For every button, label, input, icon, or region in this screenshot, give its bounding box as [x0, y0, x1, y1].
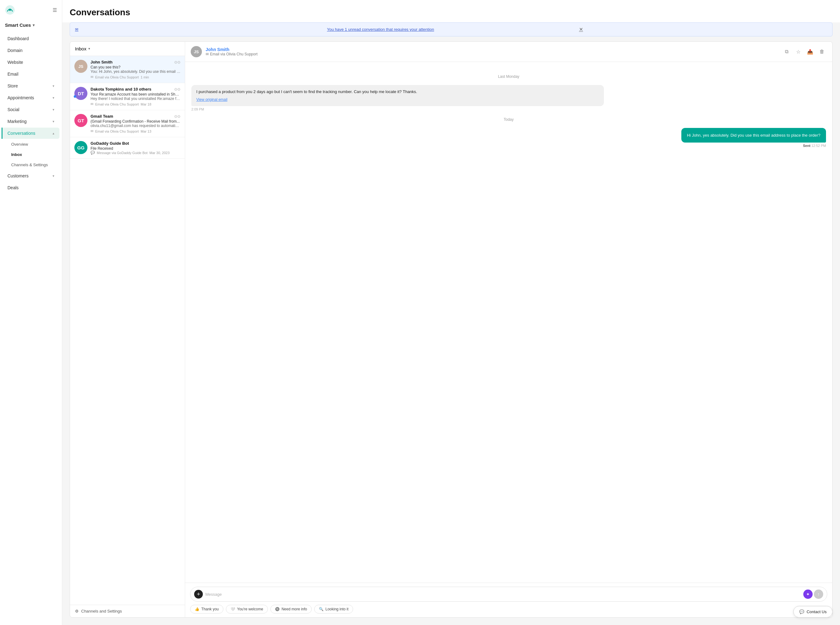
- add-attachment-button[interactable]: +: [194, 590, 203, 599]
- page-header: Conversations: [62, 0, 840, 22]
- quick-reply-need-more-info[interactable]: 🔘 Need more info: [270, 605, 312, 614]
- conv-channel: Email via Olivia Chu Support: [95, 75, 139, 79]
- sidebar-item-inbox[interactable]: Inbox: [6, 150, 59, 159]
- chat-header-info: John Smith ✉ Email via Olivia Chu Suppor…: [206, 47, 778, 56]
- conv-status-icons: ⊙⊙: [174, 60, 180, 64]
- conv-preview: Hey there! I noticed that you uninstalle…: [90, 96, 180, 101]
- message-icon: 💬: [90, 151, 95, 155]
- conv-time: Mar 13: [141, 129, 151, 133]
- chat-channel: Email via Olivia Chu Support: [210, 52, 258, 56]
- chat-area: JS John Smith ✉ Email via Olivia Chu Sup…: [185, 42, 832, 617]
- channels-settings-footer[interactable]: ⚙ Channels and Settings: [70, 605, 185, 617]
- sidebar-item-conversations[interactable]: Conversations ▴: [2, 127, 59, 139]
- sidebar-item-appointments[interactable]: Appointments ▾: [3, 92, 59, 103]
- conv-preview: olivia.chu11@gmail.com has requested to …: [90, 124, 180, 128]
- appointments-chevron-icon: ▾: [53, 96, 54, 100]
- search-icon: 🔍: [319, 607, 323, 611]
- page-title: Conversations: [70, 8, 832, 17]
- avatar: GT: [75, 114, 87, 127]
- brand-chevron-icon: ▾: [33, 23, 34, 27]
- message-text: I purchased a product from you 2 days ag…: [196, 89, 417, 94]
- sidebar-item-social[interactable]: Social ▾: [3, 104, 59, 115]
- app-logo[interactable]: [5, 5, 15, 15]
- new-window-button[interactable]: ⧉: [782, 47, 791, 56]
- sidebar-item-website[interactable]: Website: [3, 57, 59, 68]
- notification-banner[interactable]: ✉ You have 1 unread conversation that re…: [70, 22, 832, 36]
- send-button[interactable]: ↑: [814, 589, 823, 599]
- conversation-item[interactable]: GT Gmail Team ⊙⊙ (Gmail Forwarding Confi…: [70, 110, 185, 137]
- conv-name: GoDaddy Guide Bot: [90, 141, 129, 146]
- heart-icon: 🤍: [231, 607, 235, 611]
- conv-name: Dakota Tompkins and 10 others: [90, 87, 152, 92]
- conv-subject: (Gmail Forwarding Confirmation - Receive…: [90, 119, 180, 124]
- conv-preview: You: Hi John, yes absolutely. Did you us…: [90, 69, 180, 74]
- inbox-chevron-icon: ▾: [89, 47, 90, 51]
- conv-channel: Email via Olivia Chu Support: [95, 103, 139, 106]
- sent-message-container: Hi John, yes absolutely. Did you use thi…: [191, 128, 826, 148]
- conv-status-icons: ⊙⊙: [174, 87, 180, 92]
- social-chevron-icon: ▾: [53, 108, 54, 112]
- email-icon-small: ✉: [206, 52, 209, 56]
- sent-message: Hi John, yes absolutely. Did you use thi…: [681, 128, 826, 143]
- chat-contact-avatar: JS: [191, 46, 202, 57]
- close-icon[interactable]: ✕: [579, 26, 827, 33]
- quick-reply-thank-you[interactable]: 👍 Thank you: [190, 605, 224, 614]
- conversation-item[interactable]: GG GoDaddy Guide Bot File Received 💬 Mes…: [70, 137, 185, 159]
- chat-contact-name[interactable]: John Smith: [206, 47, 778, 52]
- chat-bubble-icon: 💬: [799, 609, 804, 614]
- star-button[interactable]: ☆: [793, 47, 803, 56]
- avatar: GG: [75, 141, 87, 154]
- conv-time: Mar 18: [141, 103, 151, 106]
- message-input[interactable]: [205, 592, 801, 597]
- unread-dot: [74, 95, 76, 98]
- sidebar-item-marketing[interactable]: Marketing ▾: [3, 116, 59, 127]
- conversation-list: JS John Smith ⊙⊙ Can you see this? You: …: [70, 56, 185, 605]
- chat-header: JS John Smith ✉ Email via Olivia Chu Sup…: [185, 42, 832, 62]
- archive-button[interactable]: 📥: [806, 47, 815, 56]
- conv-status-icons: ⊙⊙: [174, 114, 180, 118]
- marketing-chevron-icon: ▾: [53, 120, 54, 124]
- conv-channel: Email via Olivia Chu Support: [95, 129, 139, 133]
- ai-assist-button[interactable]: ✦: [803, 589, 813, 599]
- conversation-content: John Smith ⊙⊙ Can you see this? You: Hi …: [90, 60, 180, 79]
- conv-subject: File Received: [90, 146, 180, 151]
- chat-messages: Last Monday I purchased a product from y…: [185, 62, 832, 583]
- message-timestamp: Sent 12:52 PM: [803, 144, 826, 148]
- day-separator: Today: [191, 117, 826, 122]
- avatar: DT: [75, 87, 87, 100]
- sidebar-item-customers[interactable]: Customers ▾: [3, 170, 59, 182]
- received-message: I purchased a product from you 2 days ag…: [191, 85, 604, 106]
- quick-reply-looking-into-it[interactable]: 🔍 Looking into it: [314, 605, 353, 614]
- sidebar-item-deals[interactable]: Deals: [3, 182, 59, 193]
- sidebar-item-channels[interactable]: Channels & Settings: [6, 160, 59, 169]
- mail-icon: ✉: [75, 27, 323, 32]
- sidebar-item-email[interactable]: Email: [3, 68, 59, 80]
- quick-reply-youre-welcome[interactable]: 🤍 You're welcome: [226, 605, 268, 614]
- brand-selector[interactable]: Smart Cues ▾: [0, 20, 62, 30]
- quick-replies: 👍 Thank you 🤍 You're welcome 🔘 Need more…: [190, 605, 827, 614]
- sidebar-item-store[interactable]: Store ▾: [3, 80, 59, 92]
- brand-name: Smart Cues: [5, 22, 31, 28]
- view-original-email-link[interactable]: View original email: [196, 97, 599, 103]
- inbox-list: Inbox ▾ JS John Smith ⊙⊙ Can you see thi…: [70, 42, 185, 617]
- conversation-item[interactable]: JS John Smith ⊙⊙ Can you see this? You: …: [70, 56, 185, 83]
- sidebar-item-domain[interactable]: Domain: [3, 45, 59, 56]
- notification-text[interactable]: You have 1 unread conversation that requ…: [327, 27, 575, 32]
- conversation-content: Gmail Team ⊙⊙ (Gmail Forwarding Confirma…: [90, 114, 180, 133]
- conv-time: 1 min: [141, 75, 149, 79]
- email-icon: ✉: [90, 75, 93, 79]
- conv-name: John Smith: [90, 60, 113, 64]
- inbox-header[interactable]: Inbox ▾: [70, 42, 185, 56]
- conversation-content: GoDaddy Guide Bot File Received 💬 Messag…: [90, 141, 180, 155]
- message-timestamp: 2:09 PM: [191, 107, 826, 111]
- sidebar-item-overview[interactable]: Overview: [6, 140, 59, 149]
- channels-settings-label: Channels and Settings: [81, 609, 122, 614]
- conversations-panel: Inbox ▾ JS John Smith ⊙⊙ Can you see thi…: [70, 41, 832, 617]
- delete-button[interactable]: 🗑: [817, 47, 827, 56]
- conversation-item[interactable]: DT Dakota Tompkins and 10 others ⊙⊙ Your…: [70, 83, 185, 110]
- sidebar-toggle-button[interactable]: ☰: [53, 7, 57, 13]
- sidebar-nav: Dashboard Domain Website Email Store ▾ A…: [0, 33, 62, 194]
- contact-us-button[interactable]: 💬 Contact Us: [793, 606, 832, 617]
- sidebar-item-dashboard[interactable]: Dashboard: [3, 33, 59, 44]
- settings-icon: ⚙: [75, 609, 79, 614]
